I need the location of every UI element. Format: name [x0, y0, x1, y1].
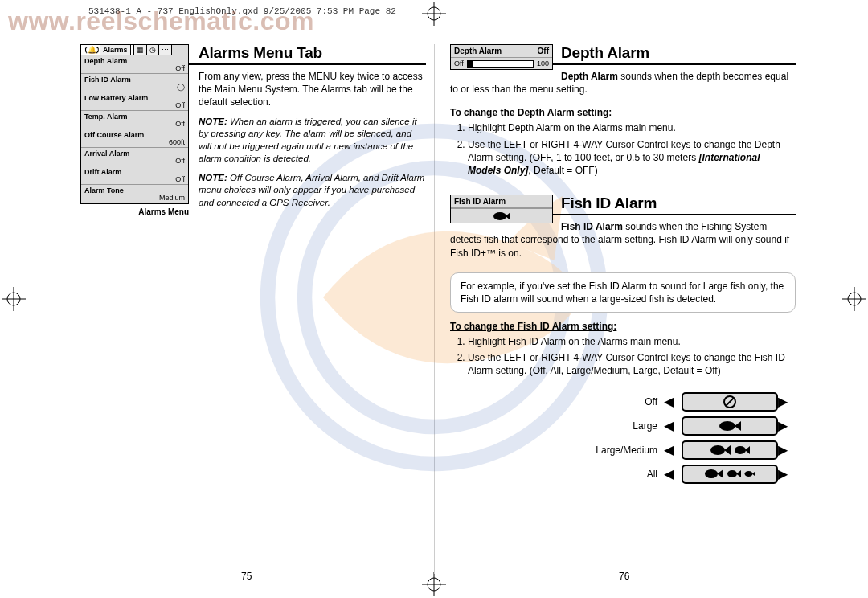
fish-id-steps: Highlight Fish ID Alarm on the Alarms ma…	[450, 335, 796, 378]
svg-marker-27	[736, 470, 741, 477]
depth-alarm-subhead: To change the Depth Alarm setting:	[450, 107, 796, 118]
alarms-tab-icon: ▦	[134, 45, 147, 55]
alarms-menu-figure: ⟮🔔⟯Alarms ▦ ◷ ⋯ Depth AlarmOff Fish ID A…	[80, 44, 189, 216]
alarm-row: Arrival AlarmOff	[81, 148, 188, 166]
fish-option-all-label: All	[588, 469, 664, 480]
svg-marker-29	[752, 471, 755, 477]
depth-alarm-desc: Depth Alarm sounds when the depth become…	[450, 70, 796, 96]
right-arrow-icon: ▶	[778, 466, 796, 481]
fish-option-all-box	[682, 465, 778, 484]
right-arrow-icon: ▶	[778, 394, 796, 409]
svg-point-14	[493, 212, 506, 220]
depth-alarm-steps: Highlight Depth Alarm on the Alarms main…	[450, 121, 796, 177]
page-right: Depth AlarmOff Off100 Depth Alarm Depth …	[450, 44, 796, 484]
svg-point-22	[735, 446, 746, 454]
alarm-row: Depth AlarmOff	[81, 55, 188, 74]
svg-point-18	[719, 421, 735, 431]
svg-point-20	[710, 445, 725, 455]
alarm-row: Low Battery AlarmOff	[81, 92, 188, 111]
crop-mark-bottom	[422, 572, 446, 596]
fish-option-large-label: Large	[588, 420, 664, 432]
fish-large-icon	[710, 444, 731, 456]
list-item: Use the LEFT or RIGHT 4-WAY Cursor Contr…	[468, 138, 796, 178]
circle-slash-icon	[723, 395, 737, 409]
fish-id-subhead: To change the Fish ID Alarm setting:	[450, 321, 796, 332]
svg-marker-19	[735, 421, 741, 431]
svg-line-17	[726, 398, 734, 406]
fish-medium-icon	[727, 469, 741, 478]
depth-alarm-slider	[467, 60, 534, 68]
right-arrow-icon: ▶	[778, 442, 796, 457]
alarm-row: Drift AlarmOff	[81, 166, 188, 185]
list-item: Highlight Fish ID Alarm on the Alarms ma…	[468, 335, 796, 348]
alarms-tab-icon: ◷	[147, 45, 159, 55]
crop-mark-top	[422, 2, 446, 26]
fish-id-example-callout: For example, if you've set the Fish ID A…	[450, 272, 796, 313]
svg-marker-25	[717, 469, 723, 478]
list-item: Highlight Depth Alarm on the Alarms main…	[468, 121, 796, 134]
alarm-row: Temp. AlarmOff	[81, 111, 188, 129]
fish-large-icon	[704, 469, 723, 479]
fish-option-off-label: Off	[588, 396, 664, 408]
right-arrow-icon: ▶	[778, 418, 796, 433]
page-left: ⟮🔔⟯Alarms ▦ ◷ ⋯ Depth AlarmOff Fish ID A…	[80, 44, 426, 219]
fish-option-largemed-box	[682, 440, 778, 460]
page-number-left: 75	[241, 571, 252, 582]
svg-marker-21	[724, 445, 731, 455]
svg-marker-23	[745, 446, 750, 454]
svg-point-24	[705, 469, 718, 478]
fish-id-options-grid: Off ◀ ▶ Large ◀ ▶ Large/Medium ◀ ▶ All ◀…	[450, 392, 796, 484]
svg-point-26	[727, 470, 737, 477]
fish-icon	[493, 211, 510, 221]
fish-option-largemed-label: Large/Medium	[588, 444, 664, 456]
fish-small-icon	[744, 470, 755, 477]
left-arrow-icon: ◀	[664, 466, 682, 481]
svg-point-28	[745, 471, 753, 477]
crop-mark-left	[2, 287, 26, 311]
print-marks-header: 531438-1_A - 737_EnglishOnly.qxd 9/25/20…	[88, 6, 396, 16]
alarms-menu-box: ⟮🔔⟯Alarms ▦ ◷ ⋯ Depth AlarmOff Fish ID A…	[80, 44, 189, 204]
alarm-row: Alarm ToneMedium	[81, 185, 188, 203]
alarms-tab-icon: ⋯	[159, 45, 172, 55]
fish-medium-icon	[734, 445, 750, 455]
list-item: Use the LEFT or RIGHT 4-WAY Cursor Contr…	[468, 351, 796, 377]
crop-mark-right	[842, 287, 866, 311]
svg-marker-15	[506, 212, 510, 220]
left-arrow-icon: ◀	[664, 394, 682, 409]
fish-id-desc: Fish ID Alarm sounds when the Fishing Sy…	[450, 220, 796, 260]
depth-alarm-setting-box: Depth AlarmOff Off100	[450, 44, 553, 70]
left-arrow-icon: ◀	[664, 418, 682, 433]
left-arrow-icon: ◀	[664, 442, 682, 457]
fish-option-off-box	[682, 392, 778, 412]
fish-large-icon	[719, 420, 741, 432]
alarm-row: Fish ID Alarm◯	[81, 74, 188, 92]
alarms-menu-caption: Alarms Menu	[80, 207, 189, 216]
page-number-right: 76	[619, 571, 629, 582]
alarms-tab-active: ⟮🔔⟯Alarms	[81, 45, 134, 55]
fish-id-setting-box: Fish ID Alarm	[450, 195, 553, 223]
alarm-row: Off Course Alarm600ft	[81, 129, 188, 148]
fish-option-large-box	[682, 416, 778, 436]
